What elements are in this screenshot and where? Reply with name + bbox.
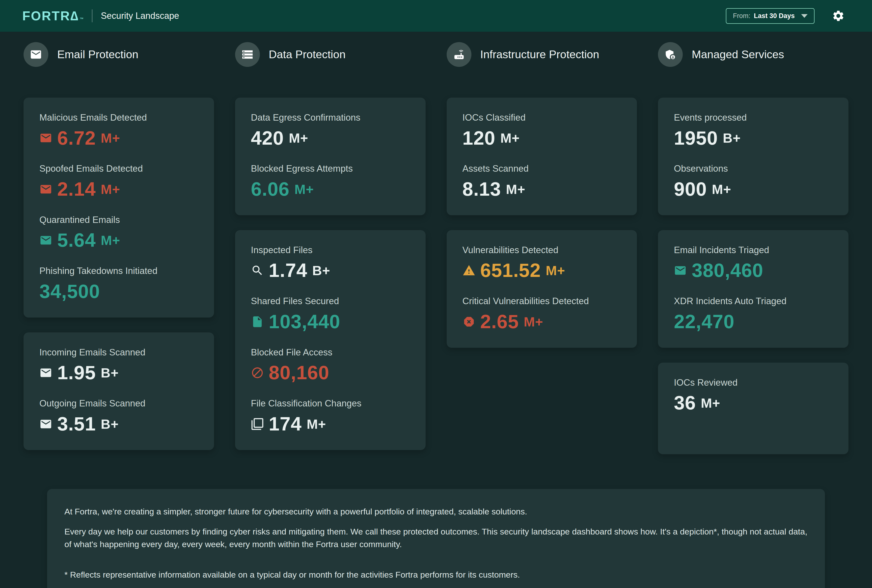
chevron-down-icon [801, 14, 807, 18]
file-icon [251, 315, 264, 328]
metric-label: Critical Vulnerabilities Detected [462, 296, 621, 307]
warning-icon [462, 264, 476, 277]
trademark-mark: ™ [80, 17, 84, 21]
mail-icon [674, 264, 687, 277]
metric-suffix: B+ [312, 263, 330, 278]
metric: Phishing Takedowns Initiated34,500 [39, 266, 198, 302]
metric-number: 22,470 [674, 312, 734, 332]
copy-icon [251, 418, 264, 430]
date-range-dropdown[interactable]: From: Last 30 Days [726, 8, 815, 24]
metric-value: 1.74B+ [251, 260, 410, 280]
metric-value: 36M+ [674, 393, 833, 413]
top-bar: FORTR∆ ™ Security Landscape From: Last 3… [0, 0, 872, 32]
metric-value: 1950B+ [674, 128, 833, 148]
metric-suffix: M+ [101, 182, 120, 197]
metric-number: 120 [462, 128, 495, 148]
metric: Incoming Emails Scanned1.95B+ [39, 347, 198, 383]
metric-value: 651.52M+ [462, 260, 621, 280]
metric-suffix: M+ [500, 130, 520, 146]
metric: Inspected Files1.74B+ [251, 245, 410, 280]
metric: Blocked Egress Attempts6.06M+ [251, 164, 410, 199]
metric-label: Shared Files Secured [251, 296, 410, 307]
column-email: Email Protection Malicious Emails Detect… [24, 42, 214, 450]
metric-suffix: M+ [712, 182, 731, 197]
column-header: Managed Services [658, 42, 848, 67]
metric-number: 3.51 [57, 414, 96, 434]
metric-number: 5.64 [57, 230, 96, 250]
metric-label: IOCs Classified [462, 112, 621, 123]
column-header: Data Protection [235, 42, 426, 67]
metric: Email Incidents Triaged380,460 [674, 245, 833, 280]
metric-card: Vulnerabilities Detected651.52M+Critical… [447, 230, 637, 348]
gear-icon[interactable] [832, 9, 845, 22]
metric-suffix: M+ [546, 263, 565, 278]
metric: IOCs Classified120M+ [462, 112, 621, 148]
metric-card: Malicious Emails Detected6.72M+Spoofed E… [24, 98, 214, 318]
metric-number: 1.95 [57, 363, 96, 383]
page-title: Security Landscape [101, 10, 179, 21]
metric-card: Data Egress Confirmations420M+Blocked Eg… [235, 98, 426, 215]
mail-icon [39, 183, 52, 196]
brand: FORTR∆ ™ [22, 8, 84, 23]
metric-label: IOCs Reviewed [674, 378, 833, 388]
metric: Outgoing Emails Scanned3.51B+ [39, 398, 198, 434]
metric-number: 420 [251, 128, 284, 148]
metric: Critical Vulnerabilities Detected2.65M+ [462, 296, 621, 332]
metric-value: 3.51B+ [39, 414, 198, 434]
metric-number: 1.74 [269, 260, 308, 280]
mail-icon [39, 418, 52, 430]
block-icon [251, 366, 264, 379]
metric-label: Phishing Takedowns Initiated [39, 266, 198, 276]
metric-suffix: M+ [524, 314, 543, 329]
metric: Events processed1950B+ [674, 112, 833, 148]
about-panel: At Fortra, we're creating a simpler, str… [47, 489, 825, 588]
metric-suffix: M+ [294, 182, 314, 197]
metric: Assets Scanned8.13M+ [462, 164, 621, 199]
column-infra: Infrastructure Protection IOCs Classifie… [447, 42, 637, 348]
mail-icon [39, 366, 52, 379]
router-icon [447, 42, 471, 67]
metric-number: 80,160 [269, 363, 329, 383]
column-header: Email Protection [24, 42, 214, 67]
metric-value: 420M+ [251, 128, 410, 148]
metric-card: Events processed1950B+Observations900M+ [658, 98, 848, 215]
column-data: Data Protection Data Egress Confirmation… [235, 42, 426, 450]
metric: Data Egress Confirmations420M+ [251, 112, 410, 148]
metric-number: 6.06 [251, 179, 290, 200]
column-title: Managed Services [692, 48, 784, 61]
metric-number: 8.13 [462, 179, 501, 200]
metric-value: 120M+ [462, 128, 621, 148]
metric-label: File Classification Changes [251, 398, 410, 409]
metric-value: 34,500 [39, 281, 198, 302]
metric-label: Vulnerabilities Detected [462, 245, 621, 256]
metric: Malicious Emails Detected6.72M+ [39, 112, 198, 148]
metric-suffix: M+ [506, 182, 525, 197]
metric-value: 5.64M+ [39, 230, 198, 250]
metric: Vulnerabilities Detected651.52M+ [462, 245, 621, 280]
mail-icon [39, 234, 52, 247]
metric-number: 1950 [674, 128, 718, 148]
column-header: Infrastructure Protection [447, 42, 637, 67]
storage-icon [235, 42, 260, 67]
metric-number: 900 [674, 179, 707, 200]
metric-label: Data Egress Confirmations [251, 112, 410, 123]
shield-person-icon [658, 42, 683, 67]
metric: Spoofed Emails Detected2.14M+ [39, 164, 198, 199]
metric-label: Assets Scanned [462, 164, 621, 174]
column-title: Data Protection [269, 48, 345, 61]
search-icon [251, 264, 264, 277]
metric: Observations900M+ [674, 164, 833, 199]
metric: Blocked File Access80,160 [251, 347, 410, 383]
metric-number: 6.72 [57, 128, 96, 148]
metric-suffix: B+ [723, 130, 741, 146]
metric-value: 380,460 [674, 260, 833, 280]
metric: IOCs Reviewed36M+ [674, 378, 833, 413]
mail-icon [24, 42, 48, 67]
metric-label: Malicious Emails Detected [39, 112, 198, 123]
metric-card: Incoming Emails Scanned1.95B+Outgoing Em… [24, 332, 214, 450]
metric-value: 2.14M+ [39, 179, 198, 200]
metric-suffix: M+ [101, 130, 120, 146]
metric-card: Email Incidents Triaged380,460XDR Incide… [658, 230, 848, 348]
metric-suffix: B+ [101, 416, 119, 432]
metric-value: 900M+ [674, 179, 833, 200]
